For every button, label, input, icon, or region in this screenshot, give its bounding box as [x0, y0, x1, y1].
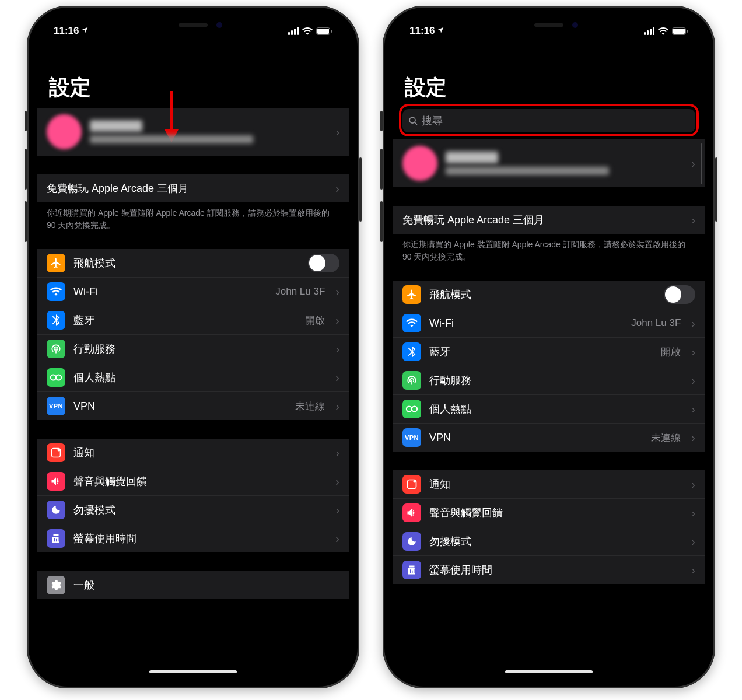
hotspot-row[interactable]: 個人熱點 › — [37, 363, 349, 391]
home-indicator[interactable] — [149, 670, 237, 673]
screentime-icon — [47, 529, 65, 548]
airplane-toggle[interactable] — [308, 254, 340, 272]
search-input[interactable]: 搜尋 — [402, 109, 695, 132]
screentime-row[interactable]: 螢幕使用時間 › — [393, 555, 705, 584]
chevron-right-icon: › — [691, 157, 695, 170]
svg-point-5 — [51, 374, 56, 380]
arcade-promo-note: 你近期購買的 Apple 裝置隨附 Apple Arcade 訂閱服務，請務必於… — [393, 234, 705, 270]
bluetooth-detail: 開啟 — [305, 314, 325, 327]
page-title: 設定 — [393, 42, 705, 107]
screentime-label: 螢幕使用時間 — [429, 563, 681, 577]
search-placeholder: 搜尋 — [422, 114, 443, 128]
notch — [132, 16, 254, 34]
svg-rect-11 — [687, 30, 688, 33]
notifications-label: 通知 — [74, 446, 325, 460]
arcade-promo-row[interactable]: 免費暢玩 Apple Arcade 三個月 › — [393, 206, 705, 234]
chevron-right-icon: › — [335, 125, 340, 139]
airplane-mode-row[interactable]: 飛航模式 — [393, 281, 705, 309]
vpn-row[interactable]: VPN VPN 未連線 › — [37, 391, 349, 420]
apple-id-row[interactable]: › — [37, 108, 349, 156]
vpn-label: VPN — [74, 400, 287, 412]
cellular-row[interactable]: 行動服務 › — [393, 366, 705, 394]
svg-line-13 — [415, 122, 417, 124]
dnd-label: 勿擾模式 — [74, 503, 325, 517]
bluetooth-icon — [402, 342, 421, 361]
avatar — [47, 114, 82, 149]
cellular-row[interactable]: 行動服務 › — [37, 334, 349, 363]
wifi-row[interactable]: Wi-Fi John Lu 3F › — [393, 309, 705, 337]
dnd-row[interactable]: 勿擾模式 › — [393, 527, 705, 555]
airplane-label: 飛航模式 — [74, 256, 300, 270]
general-row[interactable]: 一般 — [37, 571, 349, 599]
screen-right: 11:16 設定 搜尋 — [393, 16, 705, 678]
wifi-status-icon — [302, 27, 313, 35]
chevron-right-icon: › — [335, 446, 340, 460]
dnd-icon — [47, 501, 65, 519]
chevron-right-icon: › — [335, 342, 340, 356]
cellular-label: 行動服務 — [429, 373, 681, 387]
dnd-label: 勿擾模式 — [429, 534, 681, 548]
chevron-right-icon: › — [691, 317, 695, 330]
battery-icon — [316, 27, 332, 35]
svg-point-17 — [414, 480, 416, 483]
wifi-row[interactable]: Wi-Fi John Lu 3F › — [37, 277, 349, 306]
chevron-right-icon: › — [691, 564, 695, 577]
general-label: 一般 — [74, 578, 340, 592]
cellular-icon — [402, 371, 421, 390]
vpn-detail: 未連線 — [295, 400, 325, 413]
chevron-right-icon: › — [691, 431, 695, 444]
notifications-icon — [402, 475, 421, 494]
airplane-icon — [47, 254, 65, 272]
notifications-label: 通知 — [429, 477, 681, 491]
sounds-row[interactable]: 聲音與觸覺回饋 › — [393, 498, 705, 527]
airplane-mode-row[interactable]: 飛航模式 — [37, 249, 349, 277]
home-indicator[interactable] — [505, 670, 593, 673]
svg-rect-2 — [331, 30, 332, 33]
hotspot-row[interactable]: 個人熱點 › — [393, 394, 705, 423]
chevron-right-icon: › — [691, 345, 695, 359]
vpn-row[interactable]: VPN VPN 未連線 › — [393, 423, 705, 452]
airplane-toggle[interactable] — [664, 285, 695, 304]
chevron-right-icon: › — [691, 478, 695, 491]
notifications-row[interactable]: 通知 › — [393, 470, 705, 498]
chevron-right-icon: › — [691, 506, 695, 520]
chevron-right-icon: › — [691, 535, 695, 548]
notifications-row[interactable]: 通知 › — [37, 439, 349, 467]
bluetooth-row[interactable]: 藍牙 開啟 › — [37, 306, 349, 334]
screentime-row[interactable]: 螢幕使用時間 › — [37, 524, 349, 552]
chevron-right-icon: › — [335, 503, 340, 517]
wifi-label: Wi-Fi — [74, 286, 267, 298]
cellular-icon — [47, 340, 65, 358]
cellular-signal-icon — [644, 27, 654, 35]
dnd-icon — [402, 532, 421, 551]
wifi-status-icon — [658, 27, 668, 35]
chevron-right-icon: › — [335, 400, 340, 413]
battery-icon — [672, 27, 688, 35]
svg-rect-10 — [673, 29, 685, 34]
chevron-right-icon: › — [691, 214, 695, 227]
svg-point-15 — [412, 406, 417, 411]
arcade-promo-row[interactable]: 免費暢玩 Apple Arcade 三個月 › — [37, 174, 349, 202]
wifi-label: Wi-Fi — [429, 317, 623, 330]
chevron-right-icon: › — [691, 402, 695, 416]
svg-point-14 — [407, 406, 412, 411]
airplane-icon — [402, 285, 421, 304]
apple-id-row[interactable]: › — [393, 139, 705, 187]
bluetooth-row[interactable]: 藍牙 開啟 › — [393, 337, 705, 366]
general-icon — [47, 576, 65, 594]
avatar — [402, 146, 438, 181]
profile-text-redacted — [446, 152, 681, 175]
cellular-signal-icon — [288, 27, 299, 35]
sounds-label: 聲音與觸覺回饋 — [429, 506, 681, 520]
phone-frame-left: 11:16 設定 — [27, 6, 359, 688]
wifi-detail: John Lu 3F — [631, 317, 681, 329]
dnd-row[interactable]: 勿擾模式 › — [37, 495, 349, 524]
notch — [488, 16, 610, 34]
chevron-right-icon: › — [335, 314, 340, 327]
vpn-icon: VPN — [47, 397, 65, 415]
vpn-icon: VPN — [402, 428, 421, 447]
screen-left: 11:16 設定 — [37, 16, 349, 678]
location-services-icon — [81, 26, 89, 36]
notifications-icon — [47, 443, 65, 462]
sounds-row[interactable]: 聲音與觸覺回饋 › — [37, 467, 349, 495]
